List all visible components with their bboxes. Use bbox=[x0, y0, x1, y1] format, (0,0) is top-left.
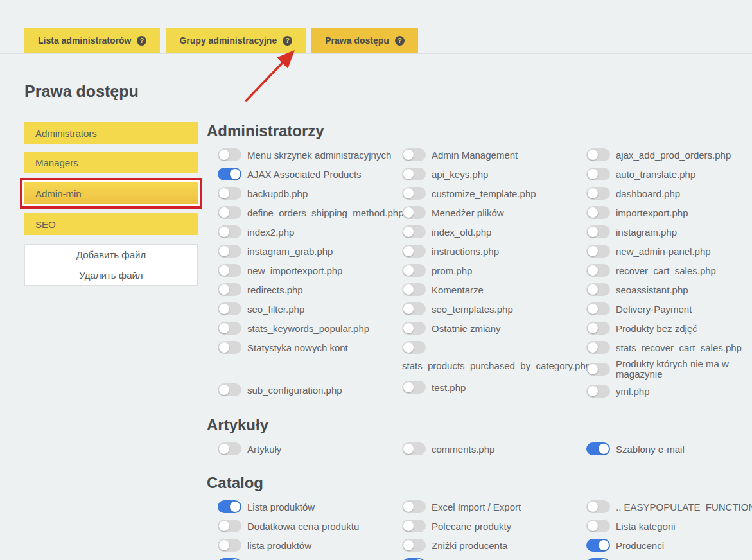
toggle-knob bbox=[403, 246, 414, 256]
toggle-switch-off[interactable] bbox=[402, 442, 426, 455]
sidebar-item-administrators[interactable]: Administrators bbox=[24, 122, 198, 144]
toggle-switch-off[interactable] bbox=[586, 500, 610, 513]
toggle-switch-off[interactable] bbox=[218, 322, 241, 335]
toggle-switch-off[interactable] bbox=[218, 383, 241, 396]
toggle-knob bbox=[219, 207, 229, 218]
toggle-switch-off[interactable] bbox=[586, 302, 610, 315]
permission-label: seo_templates.php bbox=[432, 304, 513, 315]
toggle-switch-off[interactable] bbox=[218, 264, 241, 277]
toggle-switch-on[interactable] bbox=[586, 442, 610, 455]
toggle-knob bbox=[588, 284, 598, 295]
toggle-switch-off[interactable] bbox=[586, 245, 610, 258]
permission-row: AJAX Associated Products bbox=[218, 164, 391, 184]
permission-column: comments.php bbox=[391, 439, 575, 459]
toggle-switch-off[interactable] bbox=[402, 148, 426, 161]
toggle-switch-off[interactable] bbox=[402, 283, 426, 296]
permission-label: Komentarze bbox=[432, 284, 484, 295]
sidebar-item-admin-min[interactable]: Admin-min bbox=[24, 182, 198, 204]
permission-label: index2.php bbox=[247, 227, 294, 238]
permission-row: Admin Management bbox=[402, 145, 575, 164]
sidebar-item-seo[interactable]: SEO bbox=[24, 213, 198, 235]
permission-row: new_importexport.php bbox=[218, 261, 391, 280]
toggle-switch-off[interactable] bbox=[218, 520, 241, 532]
permission-column: Admin Managementapi_keys.phpcustomize_te… bbox=[391, 145, 575, 397]
toggle-switch-off[interactable] bbox=[586, 322, 610, 335]
permission-label: new_admin-panel.php bbox=[616, 246, 711, 257]
permission-row: .. EASYPOPULATE_FUNCTIONS .. bbox=[586, 497, 752, 516]
tab-prawa-dostepu[interactable]: Prawa dostępu ? bbox=[311, 28, 418, 53]
permission-row: index_old.php bbox=[402, 222, 575, 241]
help-icon[interactable]: ? bbox=[137, 36, 146, 46]
toggle-knob bbox=[588, 364, 598, 374]
toggle-switch-off[interactable] bbox=[218, 341, 241, 354]
permission-row: stats_products_purchased_by_category.php bbox=[402, 338, 575, 378]
permission-row: lista produktów bbox=[218, 536, 391, 555]
toggle-switch-off[interactable] bbox=[218, 539, 241, 552]
toggle-switch-on[interactable] bbox=[218, 168, 241, 180]
toggle-switch-off[interactable] bbox=[586, 341, 610, 354]
add-file-button[interactable]: Добавить файл bbox=[24, 244, 198, 265]
toggle-switch-off[interactable] bbox=[402, 225, 426, 238]
toggle-switch-off[interactable] bbox=[402, 381, 426, 394]
permissions-panel: AdministratorzyMenu skrzynek administrac… bbox=[207, 122, 752, 560]
toggle-switch-on[interactable] bbox=[586, 539, 610, 552]
toggle-switch-off[interactable] bbox=[218, 283, 241, 296]
toggle-switch-off[interactable] bbox=[586, 385, 610, 398]
toggle-switch-off[interactable] bbox=[586, 168, 610, 180]
toggle-switch-off[interactable] bbox=[218, 148, 241, 161]
toggle-knob bbox=[219, 304, 229, 314]
toggle-switch-off[interactable] bbox=[402, 245, 426, 258]
toggle-switch-off[interactable] bbox=[586, 206, 610, 219]
toggle-switch-off[interactable] bbox=[586, 187, 610, 200]
help-icon[interactable]: ? bbox=[283, 36, 292, 46]
permission-column: Szablony e-mail bbox=[575, 439, 752, 459]
permission-row: comments.php bbox=[402, 439, 575, 459]
permission-row: backupdb.php bbox=[218, 184, 391, 203]
toggle-switch-off[interactable] bbox=[218, 302, 241, 315]
toggle-switch-off[interactable] bbox=[586, 283, 610, 296]
permission-label: auto_translate.php bbox=[616, 169, 695, 180]
tab-lista-administratorow[interactable]: Lista administratorów ? bbox=[24, 28, 160, 53]
toggle-switch-off[interactable] bbox=[402, 264, 426, 277]
toggle-switch-off[interactable] bbox=[402, 500, 426, 513]
permission-row: Product Attributes bbox=[586, 555, 752, 560]
delete-file-button[interactable]: Удалить файл bbox=[24, 265, 198, 286]
toggle-switch-off[interactable] bbox=[218, 245, 241, 258]
permission-row: dashboard.php bbox=[586, 184, 752, 203]
tab-grupy-administracyjne[interactable]: Grupy administracyjne ? bbox=[166, 28, 306, 53]
toggle-switch-off[interactable] bbox=[402, 322, 426, 335]
toggle-switch-off[interactable] bbox=[218, 225, 241, 238]
toggle-knob bbox=[219, 227, 229, 237]
toggle-switch-off[interactable] bbox=[402, 520, 426, 532]
permission-row: index2.php bbox=[218, 222, 391, 241]
toggle-knob bbox=[599, 444, 609, 454]
toggle-switch-off[interactable] bbox=[402, 539, 426, 552]
toggle-switch-off[interactable] bbox=[218, 442, 241, 455]
toggle-switch-off[interactable] bbox=[586, 520, 610, 532]
toggle-switch-off[interactable] bbox=[586, 264, 610, 277]
toggle-switch-off[interactable] bbox=[586, 148, 610, 161]
toggle-switch-off[interactable] bbox=[402, 187, 426, 200]
toggle-switch-off[interactable] bbox=[218, 206, 241, 219]
toggle-knob bbox=[403, 265, 414, 276]
selected-highlight-box: Admin-min bbox=[20, 178, 202, 209]
tab-label: Prawa dostępu bbox=[325, 35, 389, 46]
sidebar-item-managers[interactable]: Managers bbox=[24, 152, 198, 173]
toggle-switch-on[interactable] bbox=[218, 500, 241, 513]
permission-row: seo_filter.php bbox=[218, 299, 391, 319]
toggle-switch-off[interactable] bbox=[402, 341, 426, 354]
permission-row: ajax_add_prod_orders.php bbox=[586, 145, 752, 164]
toggle-switch-off[interactable] bbox=[586, 225, 610, 238]
sidebar: Administrators Managers Admin-min SEO До… bbox=[24, 122, 198, 560]
toggle-switch-off[interactable] bbox=[402, 168, 426, 180]
toggle-switch-off[interactable] bbox=[402, 302, 426, 315]
toggle-switch-off[interactable] bbox=[586, 363, 610, 376]
permission-row: Lista produktów bbox=[218, 497, 391, 516]
permission-label: new_importexport.php bbox=[247, 265, 342, 276]
tab-bar: Lista administratorów ? Grupy administra… bbox=[0, 0, 752, 54]
toggle-switch-off[interactable] bbox=[218, 187, 241, 200]
page-title: Prawa dostępu bbox=[24, 82, 752, 101]
toggle-knob bbox=[403, 304, 414, 314]
toggle-switch-off[interactable] bbox=[402, 206, 426, 219]
help-icon[interactable]: ? bbox=[395, 36, 405, 46]
